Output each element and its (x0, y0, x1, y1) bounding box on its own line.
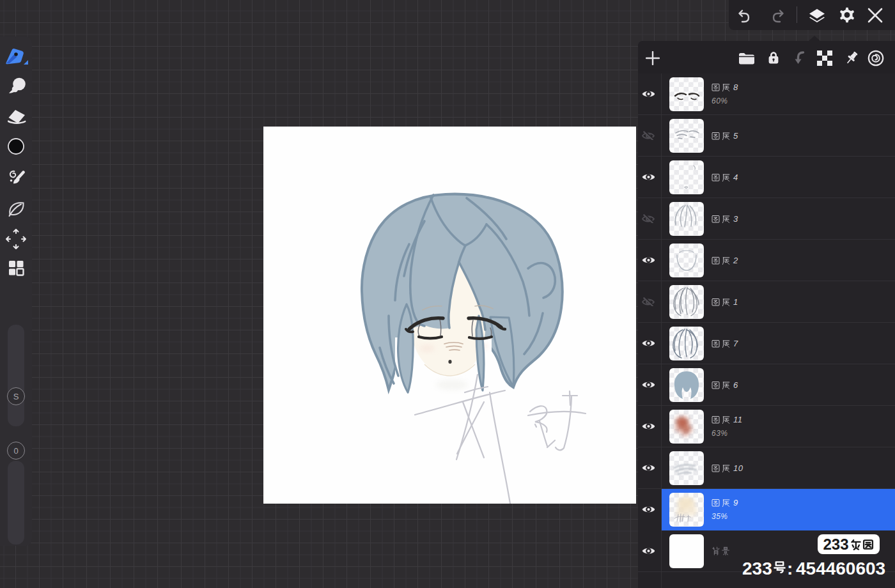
svg-text::: : (787, 559, 793, 578)
svg-text:233: 233 (742, 559, 772, 578)
svg-text:454460603: 454460603 (796, 559, 885, 578)
